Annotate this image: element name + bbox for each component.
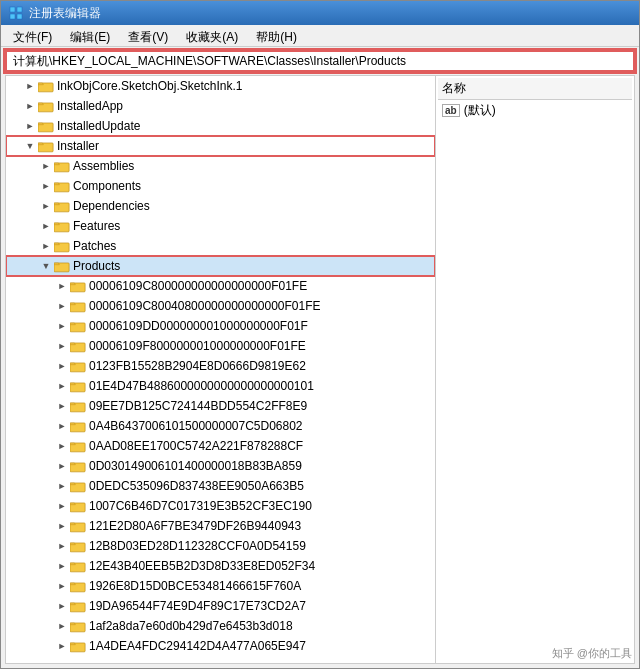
tree-item[interactable]: ► 0D030149006101400000018B83BA859 bbox=[6, 456, 435, 476]
tree-item[interactable]: ► Dependencies bbox=[6, 196, 435, 216]
menu-file[interactable]: 文件(F) bbox=[5, 27, 60, 44]
tree-expand-icon[interactable]: ► bbox=[54, 318, 70, 334]
tree-expand-icon[interactable]: ► bbox=[38, 198, 54, 214]
menu-favorites[interactable]: 收藏夹(A) bbox=[178, 27, 246, 44]
tree-expand-icon[interactable]: ► bbox=[54, 618, 70, 634]
tree-expand-icon[interactable]: ► bbox=[54, 418, 70, 434]
tree-expand-icon[interactable]: ► bbox=[54, 638, 70, 654]
tree-item[interactable]: ▼ Products bbox=[6, 256, 435, 276]
registry-values: 名称 ab (默认) bbox=[436, 76, 634, 663]
tree-item-label: InkObjCore.SketchObj.SketchInk.1 bbox=[57, 79, 242, 93]
main-content: ► InkObjCore.SketchObj.SketchInk.1► Inst… bbox=[5, 75, 635, 664]
tree-item-label: 0DEDC535096D837438EE9050A663B5 bbox=[89, 479, 304, 493]
menu-bar: 文件(F) 编辑(E) 查看(V) 收藏夹(A) 帮助(H) bbox=[1, 25, 639, 47]
tree-expand-icon[interactable]: ▼ bbox=[22, 138, 38, 154]
tree-item[interactable]: ► 12E43B40EEB5B2D3D8D33E8ED052F34 bbox=[6, 556, 435, 576]
menu-view[interactable]: 查看(V) bbox=[120, 27, 176, 44]
registry-tree[interactable]: ► InkObjCore.SketchObj.SketchInk.1► Inst… bbox=[6, 76, 436, 663]
folder-icon bbox=[38, 139, 54, 153]
tree-item-label: 00006109C80040800000000000000F01FE bbox=[89, 299, 321, 313]
tree-item[interactable]: ► 0DEDC535096D837438EE9050A663B5 bbox=[6, 476, 435, 496]
tree-item[interactable]: ► 00006109C800000000000000000F01FE bbox=[6, 276, 435, 296]
tree-item[interactable]: ► 01E4D47B4886000000000000000000101 bbox=[6, 376, 435, 396]
tree-expand-icon[interactable]: ► bbox=[38, 218, 54, 234]
tree-item[interactable]: ▼ Installer bbox=[6, 136, 435, 156]
tree-expand-icon[interactable]: ► bbox=[54, 538, 70, 554]
tree-item-label: 0A4B6437006101500000007C5D06802 bbox=[89, 419, 303, 433]
folder-icon bbox=[38, 119, 54, 133]
tree-item[interactable]: ► InstalledUpdate bbox=[6, 116, 435, 136]
tree-item[interactable]: ► 1007C6B46D7C017319E3B52CF3EC190 bbox=[6, 496, 435, 516]
address-bar[interactable]: 计算机\HKEY_LOCAL_MACHINE\SOFTWARE\Classes\… bbox=[5, 50, 635, 72]
tree-expand-icon[interactable]: ► bbox=[54, 358, 70, 374]
watermark: 知乎 @你的工具 bbox=[552, 646, 632, 661]
tree-expand-icon[interactable]: ► bbox=[54, 278, 70, 294]
tree-item[interactable]: ► 1926E8D15D0BCE53481466615F760A bbox=[6, 576, 435, 596]
tree-item[interactable]: ► Assemblies bbox=[6, 156, 435, 176]
tree-expand-icon[interactable]: ► bbox=[22, 118, 38, 134]
tree-expand-icon[interactable]: ► bbox=[54, 458, 70, 474]
tree-item[interactable]: ► 0123FB15528B2904E8D0666D9819E62 bbox=[6, 356, 435, 376]
tree-item-label: 00006109C800000000000000000F01FE bbox=[89, 279, 307, 293]
folder-icon bbox=[70, 399, 86, 413]
tree-item-label: 0AAD08EE1700C5742A221F878288CF bbox=[89, 439, 303, 453]
tree-expand-icon[interactable]: ► bbox=[54, 498, 70, 514]
default-value-item[interactable]: ab (默认) bbox=[438, 100, 632, 120]
registry-editor-window: 注册表编辑器 文件(F) 编辑(E) 查看(V) 收藏夹(A) 帮助(H) 计算… bbox=[0, 0, 640, 669]
tree-item[interactable]: ► 1af2a8da7e60d0b429d7e6453b3d018 bbox=[6, 616, 435, 636]
tree-item-label: Installer bbox=[57, 139, 99, 153]
tree-item[interactable]: ► 00006109F800000001000000000F01FE bbox=[6, 336, 435, 356]
tree-expand-icon[interactable]: ► bbox=[54, 438, 70, 454]
folder-icon bbox=[70, 639, 86, 653]
tree-item-label: Features bbox=[73, 219, 120, 233]
tree-expand-icon[interactable]: ► bbox=[38, 178, 54, 194]
tree-item-label: 0D030149006101400000018B83BA859 bbox=[89, 459, 302, 473]
tree-item[interactable]: ► 0A4B6437006101500000007C5D06802 bbox=[6, 416, 435, 436]
tree-expand-icon[interactable]: ► bbox=[54, 478, 70, 494]
tree-item-label: Assemblies bbox=[73, 159, 134, 173]
tree-item-label: 1af2a8da7e60d0b429d7e6453b3d018 bbox=[89, 619, 293, 633]
tree-item-label: 12E43B40EEB5B2D3D8D33E8ED052F34 bbox=[89, 559, 315, 573]
tree-item-label: 00006109F800000001000000000F01FE bbox=[89, 339, 306, 353]
tree-expand-icon[interactable]: ► bbox=[22, 98, 38, 114]
tree-expand-icon[interactable]: ► bbox=[54, 398, 70, 414]
tree-item[interactable]: ► 0AAD08EE1700C5742A221F878288CF bbox=[6, 436, 435, 456]
tree-expand-icon[interactable]: ► bbox=[38, 238, 54, 254]
tree-item[interactable]: ► 121E2D80A6F7BE3479DF26B9440943 bbox=[6, 516, 435, 536]
svg-rect-0 bbox=[10, 7, 15, 12]
tree-item[interactable]: ► 1A4DEA4FDC294142D4A477A065E947 bbox=[6, 636, 435, 656]
tree-item[interactable]: ► InstalledApp bbox=[6, 96, 435, 116]
folder-icon bbox=[70, 419, 86, 433]
tree-item[interactable]: ► 00006109DD000000001000000000F01F bbox=[6, 316, 435, 336]
tree-expand-icon[interactable]: ► bbox=[54, 338, 70, 354]
tree-expand-icon[interactable]: ► bbox=[54, 518, 70, 534]
values-column-header: 名称 bbox=[438, 78, 632, 100]
tree-item[interactable]: ► 12B8D03ED28D112328CCF0A0D54159 bbox=[6, 536, 435, 556]
folder-icon bbox=[54, 179, 70, 193]
tree-item[interactable]: ► InkObjCore.SketchObj.SketchInk.1 bbox=[6, 76, 435, 96]
tree-expand-icon[interactable]: ▼ bbox=[38, 258, 54, 274]
tree-expand-icon[interactable]: ► bbox=[38, 158, 54, 174]
menu-help[interactable]: 帮助(H) bbox=[248, 27, 305, 44]
tree-expand-icon[interactable]: ► bbox=[54, 298, 70, 314]
menu-edit[interactable]: 编辑(E) bbox=[62, 27, 118, 44]
tree-item[interactable]: ► Components bbox=[6, 176, 435, 196]
tree-expand-icon[interactable]: ► bbox=[54, 598, 70, 614]
tree-item-label: Patches bbox=[73, 239, 116, 253]
tree-item-label: 00006109DD000000001000000000F01F bbox=[89, 319, 308, 333]
folder-icon bbox=[38, 79, 54, 93]
tree-item[interactable]: ► 19DA96544F74E9D4F89C17E73CD2A7 bbox=[6, 596, 435, 616]
tree-expand-icon[interactable]: ► bbox=[22, 78, 38, 94]
tree-item[interactable]: ► Features bbox=[6, 216, 435, 236]
tree-item-label: 121E2D80A6F7BE3479DF26B9440943 bbox=[89, 519, 301, 533]
folder-icon bbox=[54, 259, 70, 273]
tree-expand-icon[interactable]: ► bbox=[54, 558, 70, 574]
tree-item-label: 19DA96544F74E9D4F89C17E73CD2A7 bbox=[89, 599, 306, 613]
tree-item[interactable]: ► 09EE7DB125C724144BDD554C2FF8E9 bbox=[6, 396, 435, 416]
svg-rect-2 bbox=[10, 14, 15, 19]
tree-expand-icon[interactable]: ► bbox=[54, 378, 70, 394]
tree-item[interactable]: ► Patches bbox=[6, 236, 435, 256]
folder-icon bbox=[70, 479, 86, 493]
tree-expand-icon[interactable]: ► bbox=[54, 578, 70, 594]
tree-item[interactable]: ► 00006109C80040800000000000000F01FE bbox=[6, 296, 435, 316]
